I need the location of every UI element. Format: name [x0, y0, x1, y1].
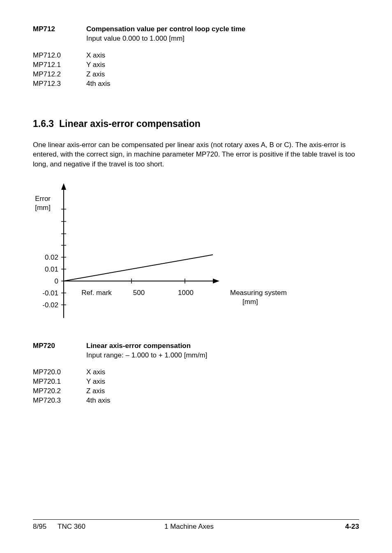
param-id: MP720.3 [33, 396, 86, 406]
footer-page: 4-23 [345, 522, 359, 532]
list-item: MP712.2 Z axis [33, 70, 359, 79]
param-label: Y axis [86, 60, 105, 70]
param-label: 4th axis [86, 79, 111, 89]
x-label: Measuring system [230, 289, 287, 297]
param-id: MP712.2 [33, 70, 86, 79]
param-id: MP712.3 [33, 79, 86, 89]
mp720-title: Linear axis-error compensation [86, 341, 191, 351]
param-id: MP712.1 [33, 60, 86, 70]
mp712-id: MP712 [33, 25, 86, 34]
footer-date: 8/95 [33, 522, 58, 532]
param-label: X axis [86, 368, 105, 377]
footer-chapter: 1 Machine Axes [164, 522, 345, 532]
section-heading: 1.6.3 Linear axis-error compensation [33, 118, 359, 130]
param-label: Y axis [86, 377, 105, 387]
y-tick: 0 [55, 277, 58, 285]
param-id: MP720.2 [33, 387, 86, 396]
list-item: MP720.2 Z axis [33, 387, 359, 396]
x-origin-label: Ref. mark [81, 289, 112, 297]
mp712-sub: Input value 0.000 to 1.000 [mm] [86, 34, 359, 44]
list-item: MP720.1 Y axis [33, 377, 359, 387]
y-label: Error [35, 195, 51, 203]
list-item: MP720.0 X axis [33, 368, 359, 377]
mp720-block: MP720 Linear axis-error compensation Inp… [33, 341, 359, 406]
list-item: MP712.1 Y axis [33, 60, 359, 70]
footer-model: TNC 360 [58, 522, 164, 532]
list-item: MP712.3 4th axis [33, 79, 359, 89]
mp720-sub: Input range: – 1.000 to + 1.000 [mm/m] [86, 351, 359, 360]
error-line [64, 255, 213, 281]
x-tick: 1000 [178, 289, 194, 297]
mp712-title: Compensation value per control loop cycl… [86, 25, 245, 34]
mp720-id: MP720 [33, 341, 86, 351]
list-item: MP712.0 X axis [33, 51, 359, 60]
section-body: One linear axis-error can be compensated… [33, 140, 359, 169]
param-id: MP720.0 [33, 368, 86, 377]
param-label: Z axis [86, 387, 105, 396]
x-arrow-icon [213, 279, 219, 283]
page-footer: 8/95 TNC 360 1 Machine Axes 4-23 [33, 519, 359, 532]
y-tick: 0.01 [45, 265, 58, 273]
x-label-unit: [mm] [242, 298, 258, 306]
list-item: MP720.3 4th axis [33, 396, 359, 406]
y-arrow-icon [61, 183, 66, 190]
section-number: 1.6.3 [33, 118, 54, 129]
y-label-unit: [mm] [35, 204, 51, 212]
y-tick: -0.02 [42, 301, 58, 309]
mp712-block: MP712 Compensation value per control loo… [33, 25, 359, 89]
section-title: Linear axis-error compensation [59, 118, 201, 129]
param-label: 4th axis [86, 396, 111, 406]
param-label: X axis [86, 51, 105, 60]
error-chart: 0.02 0.01 0 -0.01 -0.02 Error [mm] Ref. … [33, 178, 359, 329]
y-tick: -0.01 [42, 289, 58, 297]
y-tick: 0.02 [45, 253, 58, 261]
x-tick: 500 [133, 289, 145, 297]
param-label: Z axis [86, 70, 105, 79]
param-id: MP720.1 [33, 377, 86, 387]
param-id: MP712.0 [33, 51, 86, 60]
